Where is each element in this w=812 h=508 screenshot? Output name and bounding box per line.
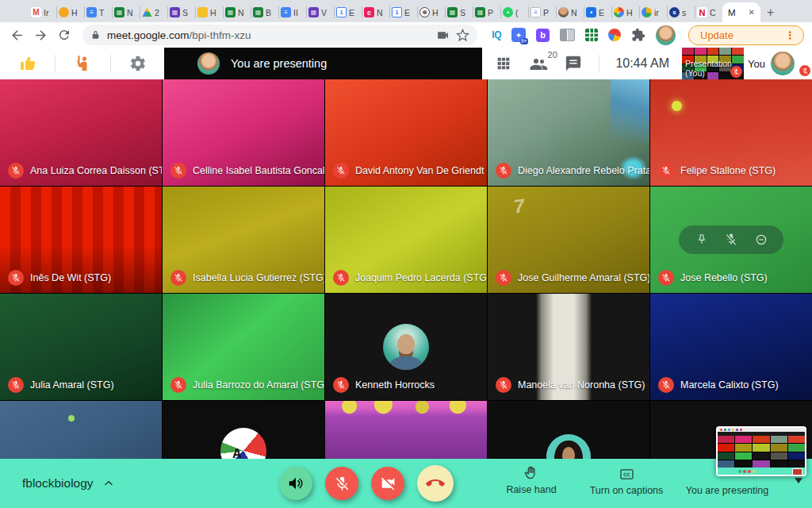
participant-name-label: Isabella Lucia Gutierrez (STG) — [170, 270, 324, 286]
browser-tab[interactable]: •E — [584, 2, 611, 22]
sparkle-extension-icon[interactable]: ✦9+ — [511, 28, 526, 42]
pin-icon[interactable] — [695, 233, 709, 247]
participant-tile[interactable] — [325, 401, 487, 459]
participant-tile[interactable]: Jose Guilherme Amaral (STG) — [488, 187, 649, 293]
browser-tab[interactable]: MIr — [29, 2, 56, 22]
browser-tab[interactable]: ✓H — [611, 2, 639, 22]
participant-tile[interactable]: Diego Alexandre Rebelo Prata ... — [488, 79, 649, 186]
mini-tile — [735, 436, 752, 443]
google-meet-window: MIrH≡T▦N2▦SH▦N▦B≡II▦V1EcN1E⊕H▦S▦P•(≡PN•E… — [0, 0, 812, 508]
b-extension-icon[interactable]: b — [536, 29, 550, 42]
presentation-floating-thumbnail[interactable] — [716, 426, 806, 476]
browser-tab[interactable]: ▦N — [112, 2, 140, 22]
remove-participant-icon[interactable] — [754, 233, 768, 247]
video-detail-dot-green — [68, 415, 75, 421]
browser-tab[interactable]: ▦S — [167, 2, 195, 22]
browser-tab[interactable]: N — [556, 2, 584, 22]
participant-tile[interactable] — [0, 401, 162, 459]
mute-participant-icon[interactable] — [724, 233, 738, 247]
participant-tile[interactable]: Ana Luiza Correa Daisson (STG) — [0, 79, 162, 186]
participant-tile[interactable]: Manoela van Noronha (STG) — [488, 294, 649, 400]
tab-title: H — [210, 8, 216, 17]
browser-tab[interactable]: H — [195, 2, 223, 22]
extensions-puzzle-icon[interactable] — [631, 28, 645, 42]
raise-hand-button[interactable]: Raise hand — [498, 465, 565, 495]
browser-tab[interactable]: ≡T — [84, 2, 112, 22]
participant-tile[interactable]: David Antony Van De Griendt (S... — [325, 79, 487, 186]
camera-off-button[interactable] — [371, 467, 404, 500]
tab-close-icon[interactable]: ✕ — [749, 8, 755, 17]
browser-tab[interactable]: ss — [667, 2, 695, 22]
speaker-button[interactable] — [279, 467, 312, 500]
tab-groups-extension-icon[interactable] — [560, 29, 575, 41]
new-tab-button[interactable]: + — [767, 6, 774, 20]
browser-tab[interactable]: 1E — [334, 2, 362, 22]
profile-avatar[interactable] — [656, 25, 676, 45]
microphone-muted-button[interactable] — [325, 467, 358, 500]
forward-button[interactable] — [30, 25, 51, 45]
browser-tab[interactable]: ▦S — [445, 2, 473, 22]
browser-tab[interactable]: ▦P — [473, 2, 500, 22]
update-button[interactable]: Update ⋮ — [688, 25, 804, 45]
raise-hand-reaction-button[interactable] — [74, 54, 93, 73]
browser-tab[interactable]: NC — [695, 2, 722, 22]
participant-tile[interactable]: Jose Rebello (STG) — [650, 187, 812, 293]
participant-tile[interactable]: Julia Barrozo do Amaral (STG) — [163, 294, 324, 400]
participant-tile[interactable]: Kenneth Horrocks — [325, 294, 487, 400]
participant-tile[interactable]: Joaquim Pedro Lacerda (STG) — [325, 187, 487, 293]
captions-button[interactable]: CC Turn on captions — [573, 467, 680, 496]
browser-tab[interactable]: ir — [639, 2, 667, 22]
chevron-up-icon — [103, 478, 114, 489]
browser-tab[interactable]: ≡P — [528, 2, 556, 22]
participant-tile[interactable]: Julia Amaral (STG) — [0, 294, 162, 400]
bookmark-star-icon[interactable] — [456, 29, 469, 42]
self-view-thumbnail[interactable]: You — [744, 48, 812, 79]
browser-tab[interactable]: •( — [500, 2, 528, 22]
thumbs-up-reaction-button[interactable] — [18, 54, 37, 73]
browser-tab[interactable]: ≡II — [278, 2, 306, 22]
back-button[interactable] — [6, 25, 27, 45]
sheets-extension-icon[interactable] — [585, 29, 598, 41]
clock-time: 10:44 AM — [615, 56, 669, 71]
chat-icon[interactable] — [565, 55, 582, 72]
browser-tab[interactable]: 1E — [389, 2, 417, 22]
mic-muted-icon — [8, 163, 24, 179]
address-bar[interactable]: meet.google.com/bpi-thfm-xzu — [82, 25, 477, 45]
browser-tab[interactable]: ▦B — [251, 2, 278, 22]
participant-tile[interactable]: Celline Isabel Bautista Goncalv... — [163, 79, 324, 186]
participant-tile[interactable]: Isabella Lucia Gutierrez (STG) — [163, 187, 324, 293]
you-are-presenting-button[interactable]: You are presenting — [674, 485, 780, 496]
grid-view-icon[interactable] — [495, 55, 512, 72]
browser-tab[interactable]: H — [56, 2, 84, 22]
iq-extension-icon[interactable]: IQ — [492, 29, 501, 40]
sheets-favicon: ▦ — [447, 7, 458, 17]
browser-tab[interactable]: ▦N — [223, 2, 251, 22]
participant-name: Julia Barrozo do Amaral (STG) — [193, 379, 324, 391]
hand-icon — [523, 465, 539, 481]
participant-avatar — [220, 428, 266, 459]
camera-in-use-icon[interactable] — [436, 29, 450, 42]
browser-tab-strip: MIrH≡T▦N2▦SH▦N▦B≡II▦V1EcN1E⊕H▦S▦P•(≡PN•E… — [0, 0, 812, 22]
presentation-thumbnail[interactable]: Presentation (You) — [682, 48, 744, 79]
browser-tab[interactable]: ▦V — [306, 2, 334, 22]
browser-tab[interactable]: ⊕H — [417, 2, 445, 22]
browser-tab[interactable]: cN — [362, 2, 389, 22]
hang-up-button[interactable] — [417, 465, 454, 502]
browser-tab-active[interactable]: M✕ — [722, 2, 760, 22]
thumbnail-collapse-icon[interactable] — [795, 478, 802, 483]
participants-icon[interactable]: 20 — [529, 54, 548, 73]
participant-tile[interactable] — [163, 401, 324, 459]
reload-button[interactable] — [54, 25, 75, 45]
circle-blue-favicon: s — [669, 7, 680, 17]
meeting-name[interactable]: fblockbiology — [22, 476, 114, 491]
participant-tile[interactable]: Felipe Stallone (STG) — [650, 79, 812, 186]
participant-tile[interactable]: Marcela Calixto (STG) — [650, 294, 812, 400]
participant-tile[interactable] — [488, 401, 649, 459]
docs-favicon: ≡ — [281, 7, 291, 17]
kebab-menu-icon[interactable]: ⋮ — [785, 29, 795, 41]
participant-tile[interactable]: Inês De Wit (STG) — [0, 187, 162, 293]
colorful-extension-icon[interactable] — [608, 29, 621, 41]
tab-title: S — [182, 8, 188, 17]
settings-gear-icon[interactable] — [129, 55, 147, 72]
browser-tab[interactable]: 2 — [140, 2, 167, 22]
